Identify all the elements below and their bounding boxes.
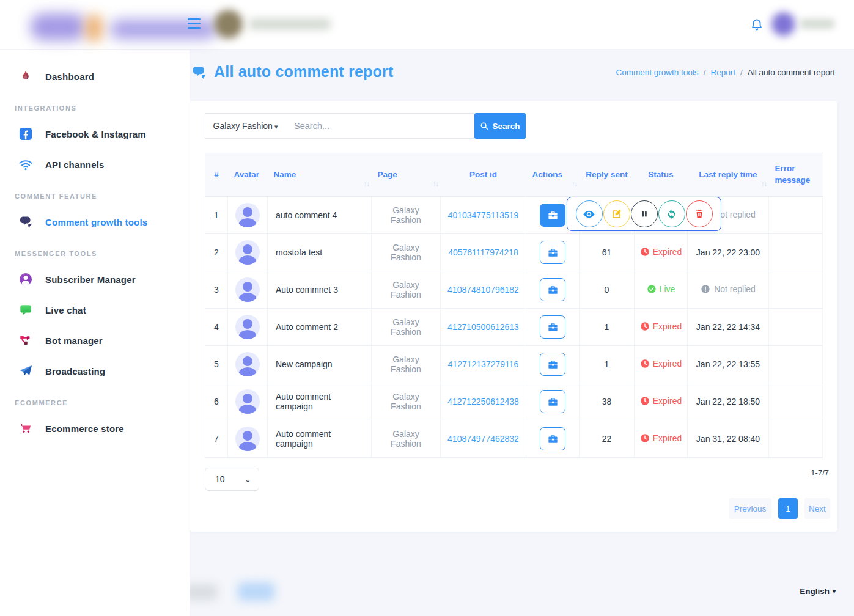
breadcrumb-separator: /: [704, 68, 706, 77]
sidebar-item-dashboard[interactable]: Dashboard: [0, 63, 190, 90]
sync-icon: [666, 208, 677, 220]
col-avatar: Avatar: [228, 153, 268, 197]
user-avatar-blurred[interactable]: [771, 12, 795, 36]
pause-button[interactable]: [631, 200, 658, 227]
previous-page-button[interactable]: Previous: [729, 498, 771, 519]
col-status: Status: [635, 153, 688, 197]
sidebar-item-facebook-instagram[interactable]: Facebook & Instagram: [0, 120, 190, 147]
sort-icon[interactable]: ↑↓: [433, 179, 439, 189]
actions-briefcase-button[interactable]: [540, 278, 565, 301]
notification-bell-icon[interactable]: [749, 18, 764, 32]
sidebar-item-bot-manager[interactable]: Bot manager: [0, 327, 190, 354]
topbar: [0, 0, 854, 50]
sidebar-menu: Dashboard INTEGRATIONS Facebook & Instag…: [0, 50, 190, 436]
col-name: Name↑↓: [268, 153, 372, 197]
table-row: 6 Auto comment campaign Galaxy Fashion 4…: [205, 383, 823, 420]
sort-icon[interactable]: ↑↓: [761, 179, 767, 189]
edit-button[interactable]: [603, 200, 630, 227]
post-id-link[interactable]: 405761117974218: [448, 248, 518, 257]
chat-bubble-icon: [18, 302, 33, 317]
col-num: #: [205, 153, 228, 197]
col-error-message: Error message: [769, 153, 823, 197]
selected-page-name-blurred: [248, 18, 331, 30]
col-page: Page↑↓: [372, 153, 441, 197]
footer-badge-blurred: [238, 582, 274, 601]
sidebar-section-messenger-tools: MESSENGER TOOLS: [0, 250, 190, 257]
search-button[interactable]: Search: [474, 113, 526, 139]
avatar: [235, 427, 260, 451]
page-title: All auto comment report: [214, 63, 394, 81]
post-id-link[interactable]: 410874977462832: [447, 434, 519, 444]
next-page-button[interactable]: Next: [804, 498, 830, 519]
sidebar-item-comment-growth-tools[interactable]: Comment growth tools: [0, 208, 190, 235]
filter-row: Galaxy Fashion ▾ Search: [205, 113, 526, 139]
language-select[interactable]: English ▾: [800, 587, 836, 596]
clock-icon: [640, 396, 650, 406]
selected-page-avatar-blurred: [214, 10, 243, 38]
edit-icon: [611, 208, 622, 220]
post-id-link[interactable]: 412712137279116: [448, 359, 519, 369]
wifi-icon: [18, 157, 33, 172]
report-card: Galaxy Fashion ▾ Search # Avatar Name↑↓ …: [190, 101, 837, 532]
delete-button[interactable]: [686, 200, 713, 227]
page-size-select[interactable]: 10 ⌄: [205, 468, 259, 491]
sidebar-item-broadcasting[interactable]: Broadcasting: [0, 358, 190, 384]
breadcrumb-link-report[interactable]: Report: [710, 68, 735, 77]
logo-blob: [86, 15, 103, 42]
language-value: English: [800, 587, 830, 596]
sidebar-item-api-channels[interactable]: API channels: [0, 151, 190, 178]
sidebar-section-comment-feature: COMMENT FEATURE: [0, 193, 190, 200]
sidebar-item-live-chat[interactable]: Live chat: [0, 296, 190, 323]
search-input[interactable]: [285, 113, 474, 139]
user-circle-icon: [18, 272, 33, 287]
sort-icon[interactable]: ↑↓: [572, 179, 578, 189]
col-post-id: Post id: [441, 153, 526, 197]
table-row: 7 Auto comment campaign Galaxy Fashion 4…: [205, 420, 823, 458]
col-actions: Actions↑↓: [526, 153, 580, 197]
actions-briefcase-button[interactable]: [540, 353, 565, 376]
actions-briefcase-button[interactable]: [540, 390, 565, 413]
post-id-link[interactable]: 401034775113519: [448, 210, 519, 220]
breadcrumb-current: All auto comment report: [748, 68, 835, 77]
clock-icon: [640, 321, 650, 331]
status-badge: Expired: [640, 396, 682, 406]
status-badge: Expired: [640, 359, 682, 369]
breadcrumb-link-comment-growth-tools[interactable]: Comment growth tools: [616, 68, 699, 77]
page-filter-value: Galaxy Fashion: [213, 121, 273, 131]
table-row: 3 Auto commnet 3 Galaxy Fashion 41087481…: [205, 271, 823, 309]
sidebar-item-label: Bot manager: [45, 336, 103, 346]
sidebar-item-label: Facebook & Instagram: [45, 129, 146, 139]
sync-button[interactable]: [658, 200, 685, 227]
avatar: [235, 277, 260, 302]
sort-icon[interactable]: ↑↓: [364, 179, 370, 189]
actions-briefcase-button[interactable]: [540, 241, 565, 264]
sidebar-item-ecommerce-store[interactable]: Ecommerce store: [0, 415, 190, 436]
page-number-button[interactable]: 1: [778, 498, 798, 519]
sidebar-item-label: Live chat: [45, 305, 86, 315]
sidebar-item-subscriber-manager[interactable]: Subscriber Manager: [0, 266, 190, 293]
avatar: [235, 240, 260, 265]
status-badge: Expired: [640, 247, 682, 257]
actions-briefcase-button[interactable]: [540, 204, 565, 227]
view-button[interactable]: [576, 200, 603, 227]
sidebar: Dashboard INTEGRATIONS Facebook & Instag…: [0, 50, 190, 616]
table-row: 5 New campaign Galaxy Fashion 4127121372…: [205, 346, 823, 383]
caret-down-icon: ▾: [274, 123, 278, 131]
clock-icon: [640, 247, 650, 257]
clock-icon: [640, 359, 650, 369]
post-id-link[interactable]: 410874810796182: [447, 285, 519, 295]
sidebar-item-label: Dashboard: [45, 72, 94, 82]
actions-briefcase-button[interactable]: [540, 427, 565, 450]
check-circle-icon: [647, 284, 657, 294]
page-filter-select[interactable]: Galaxy Fashion ▾: [205, 113, 285, 139]
pagination-range: 1-7/7: [811, 468, 829, 477]
hamburger-menu-button[interactable]: [188, 18, 202, 31]
col-last-reply-time: Last reply time↑↓: [688, 153, 769, 197]
sitemap-icon: [18, 333, 33, 348]
avatar: [235, 315, 260, 339]
post-id-link[interactable]: 412710500612613: [447, 322, 519, 332]
flame-icon: [18, 69, 33, 84]
trash-icon: [694, 208, 705, 219]
actions-briefcase-button[interactable]: [540, 315, 565, 339]
post-id-link[interactable]: 412712250612438: [447, 397, 519, 406]
